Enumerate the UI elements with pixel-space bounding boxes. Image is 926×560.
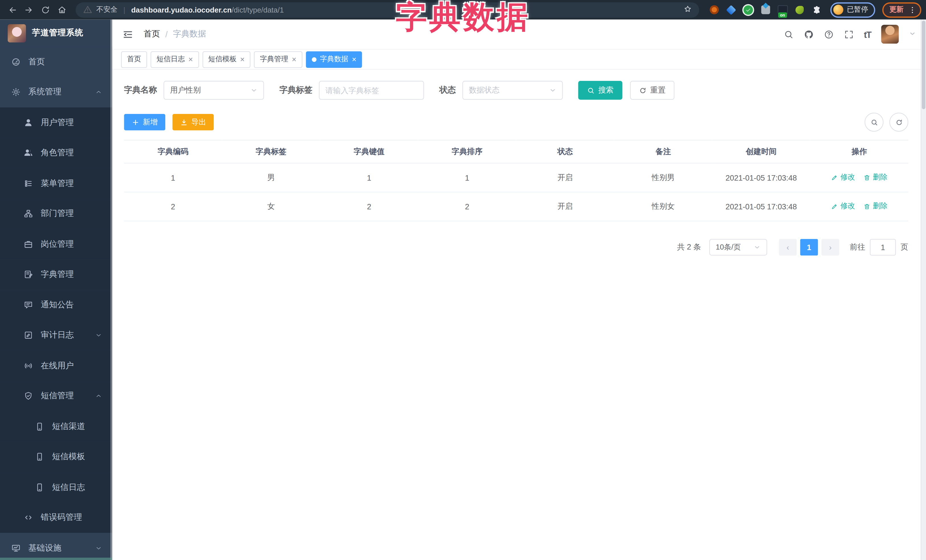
address-bar[interactable]: 不安全 | dashboard.yudao.iocoder.cn /dict/t… [76, 2, 699, 17]
back-icon[interactable] [5, 2, 20, 17]
next-page-button[interactable]: › [822, 239, 839, 255]
dict-name-value: 用户性别 [170, 85, 201, 95]
dict-data-table: 字典编码字典标签字典键值字典排序状态备注创建时间操作 1男11开启性别男2021… [124, 140, 908, 221]
sidebar-item-post-management[interactable]: 岗位管理 [0, 229, 112, 260]
tab-dict-data[interactable]: 字典数据× [306, 51, 362, 68]
extension-blue-icon[interactable] [726, 5, 736, 15]
sidebar-item-label: 首页 [28, 56, 45, 67]
edit-link[interactable]: 修改 [831, 172, 855, 182]
tab-dict-management[interactable]: 字典管理× [254, 51, 302, 68]
tab-close-icon[interactable]: × [292, 56, 296, 63]
chevron-down-icon [549, 87, 557, 94]
sidebar-item-label: 审计日志 [41, 330, 74, 341]
column-header: 创建时间 [712, 140, 810, 163]
goto-page-input[interactable] [870, 239, 896, 255]
browser-update-button[interactable]: 更新 [882, 2, 921, 17]
window-scrollbar[interactable] [921, 20, 926, 560]
page-number-button[interactable]: 1 [800, 239, 818, 255]
sidebar-item-system-management[interactable]: 系统管理 [0, 77, 112, 107]
delete-link[interactable]: 删除 [863, 201, 888, 211]
fullscreen-icon[interactable] [844, 29, 854, 39]
chevron-up-icon [95, 89, 102, 96]
cell-status: 开启 [516, 192, 614, 221]
goto-prefix: 前往 [850, 242, 865, 252]
page-size-select[interactable]: 10条/页 [709, 239, 767, 255]
dict-name-select[interactable]: 用户性别 [163, 81, 264, 100]
column-header: 字典标签 [222, 140, 320, 163]
breadcrumb-home[interactable]: 首页 [144, 29, 160, 39]
delete-link[interactable]: 删除 [863, 172, 888, 182]
users-icon [24, 148, 33, 158]
sidebar-item-dict-management[interactable]: 字典管理 [0, 260, 112, 290]
url-divider: | [123, 6, 125, 14]
sidebar-item-online-users[interactable]: 在线用户 [0, 351, 112, 381]
toggle-search-button[interactable] [864, 113, 883, 131]
sidebar-item-audit-log[interactable]: 审计日志 [0, 320, 112, 351]
sidebar-scrollbar[interactable] [110, 20, 112, 560]
collapse-sidebar-icon[interactable] [122, 29, 133, 39]
sidebar-item-dept-management[interactable]: 部门管理 [0, 199, 112, 229]
status-select[interactable]: 数据状态 [462, 81, 563, 100]
update-label: 更新 [889, 5, 903, 15]
profile-paused-chip[interactable]: 已暂停 [830, 2, 875, 17]
breadcrumb-current: 字典数据 [173, 29, 206, 39]
sidebar-item-role-management[interactable]: 角色管理 [0, 138, 112, 168]
sidebar-item-sms-management[interactable]: 短信管理 [0, 381, 112, 411]
security-warning[interactable]: 不安全 [83, 5, 117, 15]
sidebar-item-label: 短信管理 [41, 391, 74, 402]
tab-sms-log[interactable]: 短信日志× [151, 51, 199, 68]
github-icon[interactable] [804, 29, 814, 39]
forward-icon[interactable] [21, 2, 37, 17]
home-icon[interactable] [54, 2, 70, 17]
extension-leaf-icon[interactable] [794, 5, 805, 15]
extension-sliders-icon[interactable] [760, 5, 771, 15]
reset-button[interactable]: 重置 [630, 81, 675, 100]
logo-image [8, 24, 26, 42]
tab-close-icon[interactable]: × [188, 56, 193, 63]
extension-green-check-icon[interactable] [743, 5, 754, 15]
scrollbar-thumb[interactable] [922, 21, 925, 109]
reset-button-label: 重置 [650, 85, 666, 95]
search-button[interactable]: 搜索 [578, 81, 622, 100]
sidebar-item-sms-log[interactable]: 短信日志 [0, 472, 112, 503]
cell-label: 男 [222, 163, 320, 192]
shield-check-icon [24, 391, 33, 401]
extension-orange-icon [710, 5, 718, 14]
bookmark-star-icon[interactable] [683, 5, 692, 15]
overlay-page-title: 字典数据 [396, 0, 531, 39]
tab-home[interactable]: 首页 [121, 51, 147, 68]
tab-sms-template[interactable]: 短信模板× [202, 51, 250, 68]
export-button[interactable]: 导出 [172, 114, 214, 130]
refresh-button[interactable] [889, 113, 908, 131]
dict-tag-input[interactable] [319, 81, 424, 100]
tab-label: 短信模板 [208, 54, 236, 64]
reload-icon[interactable] [38, 2, 53, 17]
font-size-icon[interactable]: tT [864, 29, 871, 39]
app-logo[interactable]: 芋道管理系统 [0, 20, 112, 47]
header-actions: tT [784, 25, 916, 44]
add-button[interactable]: 新增 [124, 114, 165, 130]
user-avatar[interactable] [881, 25, 899, 44]
sidebar-item-user-management[interactable]: 用户管理 [0, 107, 112, 138]
sidebar-item-sms-template[interactable]: 短信模板 [0, 442, 112, 472]
extensions-puzzle-icon[interactable] [811, 5, 822, 15]
tab-close-icon[interactable]: × [352, 56, 356, 63]
question-icon[interactable] [824, 29, 834, 39]
avatar-caret-down-icon[interactable] [909, 29, 916, 39]
prev-page-button[interactable]: ‹ [779, 239, 797, 255]
extension-orange-icon[interactable] [709, 5, 719, 15]
search-icon[interactable] [784, 29, 793, 39]
sidebar-item-sms-channel[interactable]: 短信渠道 [0, 411, 112, 442]
cell-actions: 修改删除 [810, 192, 908, 221]
search-form: 字典名称 用户性别 字典标签 状态 数据状态 [124, 81, 908, 100]
browser-menu-kebab-icon[interactable] [908, 6, 917, 14]
table-row: 2女22开启性别女2021-01-05 17:03:48修改删除 [124, 192, 908, 221]
tab-close-icon[interactable]: × [240, 56, 245, 63]
sidebar-item-menu-management[interactable]: 菜单管理 [0, 168, 112, 199]
sidebar-item-home[interactable]: 首页 [0, 47, 112, 77]
sidebar-item-error-code-management[interactable]: 错误码管理 [0, 503, 112, 533]
sidebar-item-infrastructure[interactable]: 基础设施 [0, 533, 112, 560]
edit-link[interactable]: 修改 [831, 201, 855, 211]
extension-on-icon[interactable]: on [777, 5, 788, 15]
sidebar-item-notice-announcement[interactable]: 通知公告 [0, 290, 112, 320]
